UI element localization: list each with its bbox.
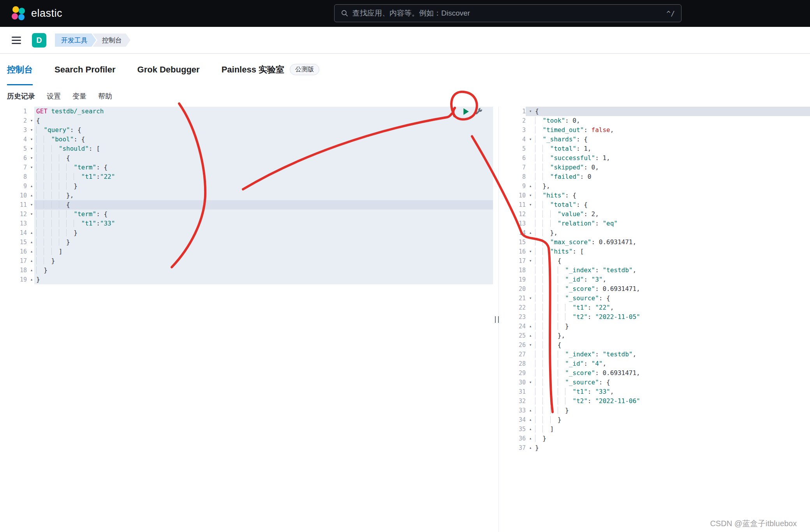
code-line-12[interactable]: 12▾ "term": { xyxy=(0,210,498,219)
code-line-9[interactable]: 9▴ } xyxy=(0,181,498,191)
code-line-30[interactable]: 30▾ "_source": { xyxy=(499,378,810,387)
fold-collapse-icon[interactable]: ▾ xyxy=(526,294,535,303)
code-line-11[interactable]: 11▾ "total": { xyxy=(499,200,810,210)
code-line-34[interactable]: 34▴ } xyxy=(499,415,810,425)
fold-expand-icon[interactable]: ▴ xyxy=(27,181,36,191)
tab-search-profiler[interactable]: Search Profiler xyxy=(55,54,116,85)
code-line-18[interactable]: 18 "_index": "testdb", xyxy=(499,266,810,275)
fold-expand-icon[interactable]: ▴ xyxy=(526,228,535,238)
fold-collapse-icon[interactable]: ▾ xyxy=(27,210,36,219)
fold-expand-icon[interactable]: ▴ xyxy=(526,181,535,191)
code-line-12[interactable]: 12 "value": 2, xyxy=(499,210,810,219)
breadcrumb-dev-tools[interactable]: 开发工具 xyxy=(55,33,96,47)
fold-expand-icon[interactable]: ▴ xyxy=(526,331,535,340)
space-badge[interactable]: D xyxy=(32,33,46,48)
code-line-16[interactable]: 16▾ "hits": [ xyxy=(499,247,810,256)
code-line-19[interactable]: 19 "_id": "3", xyxy=(499,275,810,284)
global-search[interactable]: ^/ xyxy=(334,4,681,22)
fold-collapse-icon[interactable]: ▾ xyxy=(526,107,535,116)
tab-console[interactable]: 控制台 xyxy=(7,54,33,85)
code-line-8[interactable]: 8 "failed": 0 xyxy=(499,172,810,181)
code-line-26[interactable]: 26▾ { xyxy=(499,340,810,350)
code-line-3[interactable]: 3▾ "query": { xyxy=(0,125,498,135)
fold-collapse-icon[interactable]: ▾ xyxy=(27,200,36,210)
code-line-6[interactable]: 6 "successful": 1, xyxy=(499,153,810,163)
wrench-icon[interactable] xyxy=(475,107,483,116)
fold-collapse-icon[interactable]: ▾ xyxy=(526,256,535,266)
send-request-button[interactable] xyxy=(462,107,470,116)
code-line-10[interactable]: 10▴ }, xyxy=(0,191,498,200)
fold-collapse-icon[interactable]: ▾ xyxy=(27,135,36,144)
fold-collapse-icon[interactable]: ▾ xyxy=(526,378,535,387)
toolbar-variables[interactable]: 变量 xyxy=(72,92,86,101)
code-line-31[interactable]: 31 "t1": "33", xyxy=(499,387,810,396)
code-line-35[interactable]: 35▴ ] xyxy=(499,425,810,434)
fold-collapse-icon[interactable]: ▾ xyxy=(526,247,535,256)
toolbar-help[interactable]: 帮助 xyxy=(98,92,112,101)
fold-expand-icon[interactable]: ▴ xyxy=(526,443,535,453)
code-line-23[interactable]: 23 "t2": "2022-11-05" xyxy=(499,312,810,322)
code-line-4[interactable]: 4▾ "bool": { xyxy=(0,135,498,144)
code-line-37[interactable]: 37▴} xyxy=(499,443,810,453)
code-line-9[interactable]: 9▴ }, xyxy=(499,181,810,191)
fold-expand-icon[interactable]: ▴ xyxy=(27,275,36,284)
toolbar-history[interactable]: 历史记录 xyxy=(7,92,35,101)
code-line-3[interactable]: 3 "timed_out": false, xyxy=(499,125,810,135)
fold-expand-icon[interactable]: ▴ xyxy=(526,425,535,434)
fold-expand-icon[interactable]: ▴ xyxy=(27,228,36,238)
code-line-14[interactable]: 14▴ }, xyxy=(499,228,810,238)
tab-grok-debugger[interactable]: Grok Debugger xyxy=(137,54,200,85)
fold-expand-icon[interactable]: ▴ xyxy=(27,266,36,275)
code-line-8[interactable]: 8 "t1":"22" xyxy=(0,172,498,181)
fold-collapse-icon[interactable]: ▾ xyxy=(526,200,535,210)
code-line-33[interactable]: 33▴ } xyxy=(499,406,810,415)
code-line-25[interactable]: 25▴ }, xyxy=(499,331,810,340)
code-line-17[interactable]: 17▴ } xyxy=(0,256,498,266)
request-editor-pane[interactable]: 1GET testdb/_search2▾{3▾ "query": {4▾ "b… xyxy=(0,107,498,532)
fold-expand-icon[interactable]: ▴ xyxy=(27,256,36,266)
code-line-5[interactable]: 5▾ "should": [ xyxy=(0,144,498,153)
fold-collapse-icon[interactable]: ▾ xyxy=(27,163,36,172)
fold-expand-icon[interactable]: ▴ xyxy=(526,322,535,331)
tab-painless-lab[interactable]: Painless 实验室 公测版 xyxy=(222,54,319,85)
fold-collapse-icon[interactable]: ▾ xyxy=(27,125,36,135)
fold-collapse-icon[interactable]: ▾ xyxy=(27,153,36,163)
code-line-11[interactable]: 11▾ { xyxy=(0,200,498,210)
code-line-2[interactable]: 2 "took": 0, xyxy=(499,116,810,125)
fold-expand-icon[interactable]: ▴ xyxy=(526,434,535,443)
code-line-1[interactable]: 1▾{ xyxy=(499,107,810,116)
code-line-14[interactable]: 14▴ } xyxy=(0,228,498,238)
code-line-10[interactable]: 10▾ "hits": { xyxy=(499,191,810,200)
code-line-32[interactable]: 32 "t2": "2022-11-06" xyxy=(499,396,810,406)
fold-collapse-icon[interactable]: ▾ xyxy=(526,191,535,200)
response-pane[interactable]: 1▾{2 "took": 0,3 "timed_out": false,4▾ "… xyxy=(499,107,810,532)
code-line-20[interactable]: 20 "_score": 0.6931471, xyxy=(499,284,810,294)
fold-expand-icon[interactable]: ▴ xyxy=(27,247,36,256)
code-line-13[interactable]: 13 "t1":"33" xyxy=(0,219,498,228)
fold-collapse-icon[interactable]: ▾ xyxy=(27,144,36,153)
fold-collapse-icon[interactable]: ▾ xyxy=(27,116,36,125)
elastic-home-link[interactable]: elastic xyxy=(11,6,62,21)
code-line-28[interactable]: 28 "_id": "4", xyxy=(499,359,810,368)
code-line-21[interactable]: 21▾ "_source": { xyxy=(499,294,810,303)
fold-collapse-icon[interactable]: ▾ xyxy=(526,135,535,144)
code-line-13[interactable]: 13 "relation": "eq" xyxy=(499,219,810,228)
pane-resize-handle[interactable] xyxy=(495,316,499,323)
menu-icon[interactable] xyxy=(12,37,21,44)
fold-expand-icon[interactable]: ▴ xyxy=(526,406,535,415)
fold-expand-icon[interactable]: ▴ xyxy=(526,415,535,425)
breadcrumb-console[interactable]: 控制台 xyxy=(93,33,130,47)
code-line-16[interactable]: 16▴ ] xyxy=(0,247,498,256)
code-line-17[interactable]: 17▾ { xyxy=(499,256,810,266)
code-line-19[interactable]: 19▴} xyxy=(0,275,498,284)
fold-collapse-icon[interactable]: ▾ xyxy=(526,340,535,350)
code-line-22[interactable]: 22 "t1": "22", xyxy=(499,303,810,312)
code-line-29[interactable]: 29 "_score": 0.6931471, xyxy=(499,368,810,378)
global-search-input[interactable] xyxy=(352,9,662,18)
code-line-4[interactable]: 4▾ "_shards": { xyxy=(499,135,810,144)
code-line-1[interactable]: 1GET testdb/_search xyxy=(0,107,498,116)
code-line-7[interactable]: 7 "skipped": 0, xyxy=(499,163,810,172)
code-line-15[interactable]: 15 "max_score": 0.6931471, xyxy=(499,238,810,247)
code-line-36[interactable]: 36▴ } xyxy=(499,434,810,443)
fold-expand-icon[interactable]: ▴ xyxy=(27,191,36,200)
